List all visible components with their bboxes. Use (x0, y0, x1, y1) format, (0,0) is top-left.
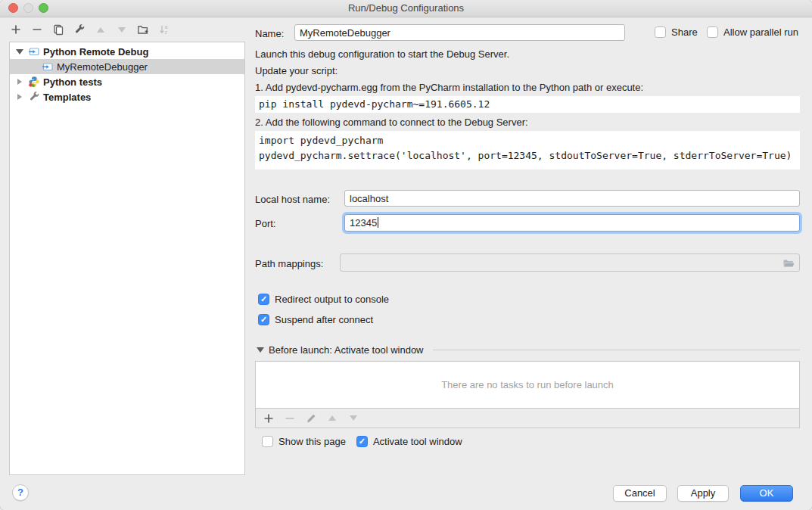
redirect-output-option: Redirect output to console (258, 294, 389, 305)
show-this-page-option: Show this page (262, 436, 346, 447)
before-launch-tasks-panel: There are no tasks to run before launch (255, 361, 800, 428)
python-tests-icon (28, 76, 40, 88)
activate-tool-window-label: Activate tool window (373, 436, 462, 447)
traffic-lights (8, 3, 48, 13)
tree-item-python-remote-debug[interactable]: Python Remote Debug (10, 44, 244, 59)
local-host-input[interactable] (344, 190, 800, 207)
add-configuration-icon[interactable] (10, 23, 22, 36)
remote-debug-config-icon (42, 61, 54, 73)
instruction-step1: 1. Add pydevd-pycharm.egg from the PyCha… (255, 82, 643, 93)
copy-configuration-icon[interactable] (52, 23, 64, 36)
templates-wrench-icon (28, 91, 40, 103)
remote-debug-config-icon (28, 45, 40, 58)
share-option: Share (655, 26, 698, 38)
cancel-button[interactable]: Cancel (613, 485, 667, 502)
configurations-tree: Python Remote Debug MyRemoteDebugger Pyt… (9, 42, 245, 475)
zoom-window-button[interactable] (39, 3, 48, 13)
collapse-section-icon[interactable] (257, 347, 264, 353)
svg-text:z: z (165, 30, 168, 35)
expand-collapse-icon[interactable] (14, 49, 25, 54)
section-divider (433, 350, 800, 350)
tree-item-myremotedebugger[interactable]: MyRemoteDebugger (10, 59, 244, 74)
settrace-code-line1: import pydevd_pycharm (259, 133, 800, 148)
add-task-icon[interactable] (263, 412, 275, 424)
tree-item-label: Templates (43, 92, 91, 103)
activate-tool-window-checkbox[interactable] (356, 436, 368, 447)
port-value: 12345 (350, 217, 377, 229)
suspend-after-connect-option: Suspend after connect (258, 314, 373, 325)
suspend-after-connect-checkbox[interactable] (258, 314, 269, 325)
port-input[interactable]: 12345 (344, 214, 800, 232)
redirect-output-label: Redirect output to console (275, 294, 389, 305)
settrace-code-line2: pydevd_pycharm.settrace('localhost', por… (259, 148, 800, 163)
close-window-button[interactable] (8, 3, 18, 13)
move-task-up-icon (326, 412, 338, 424)
allow-parallel-label: Allow parallel run (723, 26, 798, 38)
move-down-icon (116, 23, 128, 36)
name-label: Name: (255, 28, 284, 39)
browse-folder-icon[interactable] (782, 257, 795, 274)
port-label: Port: (255, 218, 275, 229)
tree-item-label: MyRemoteDebugger (57, 61, 148, 73)
path-mappings-label: Path mappings: (255, 258, 323, 269)
before-launch-header[interactable]: Before launch: Activate tool window (257, 344, 800, 356)
redirect-output-checkbox[interactable] (258, 294, 269, 305)
configurations-toolbar: az (10, 23, 170, 36)
name-input[interactable] (294, 24, 625, 41)
apply-button[interactable]: Apply (677, 485, 729, 502)
new-folder-icon[interactable] (137, 23, 149, 36)
before-launch-options: Show this page Activate tool window (262, 436, 462, 447)
before-launch-title: Before launch: Activate tool window (269, 344, 424, 356)
activate-tool-window-option: Activate tool window (356, 436, 462, 447)
tree-item-label: Python Remote Debug (43, 46, 148, 58)
tree-item-python-tests[interactable]: Python tests (10, 74, 244, 89)
allow-parallel-checkbox[interactable] (707, 26, 718, 38)
ok-button[interactable]: OK (740, 485, 793, 502)
edit-task-icon (305, 412, 317, 424)
sort-configurations-icon: az (158, 23, 170, 36)
minimize-window-button (23, 3, 33, 13)
edit-templates-icon[interactable] (73, 23, 86, 36)
tree-item-templates[interactable]: Templates (10, 89, 244, 104)
expand-collapse-icon[interactable] (14, 79, 25, 85)
settrace-code: import pydevd_pycharm pydevd_pycharm.set… (255, 131, 800, 169)
suspend-after-connect-label: Suspend after connect (275, 314, 373, 325)
show-this-page-label: Show this page (278, 436, 346, 447)
empty-tasks-message: There are no tasks to run before launch (256, 362, 799, 408)
instruction-intro: Launch this debug configuration to start… (255, 48, 509, 60)
pip-install-code: pip install pydevd-pycharm~=191.6605.12 (255, 96, 800, 113)
show-this-page-checkbox[interactable] (262, 436, 273, 447)
svg-text:a: a (165, 24, 168, 30)
path-mappings-input[interactable] (340, 253, 800, 272)
text-caret (378, 217, 378, 228)
move-up-icon (95, 23, 107, 36)
allow-parallel-option: Allow parallel run (707, 26, 798, 38)
remove-task-icon (284, 412, 296, 424)
instruction-step2: 2. Add the following command to connect … (255, 117, 528, 128)
titlebar[interactable]: Run/Debug Configurations (0, 0, 812, 17)
move-task-down-icon (347, 412, 359, 424)
help-button[interactable]: ? (12, 484, 29, 501)
tree-item-label: Python tests (43, 76, 102, 88)
expand-collapse-icon[interactable] (14, 94, 25, 100)
share-label: Share (671, 26, 698, 38)
tasks-toolbar (256, 408, 799, 428)
instruction-update: Update your script: (255, 65, 338, 76)
local-host-label: Local host name: (255, 194, 330, 205)
run-debug-configurations-dialog: Run/Debug Configurations az (0, 0, 812, 510)
share-checkbox[interactable] (655, 26, 666, 38)
window-title: Run/Debug Configurations (348, 2, 464, 14)
remove-configuration-icon[interactable] (31, 23, 43, 36)
